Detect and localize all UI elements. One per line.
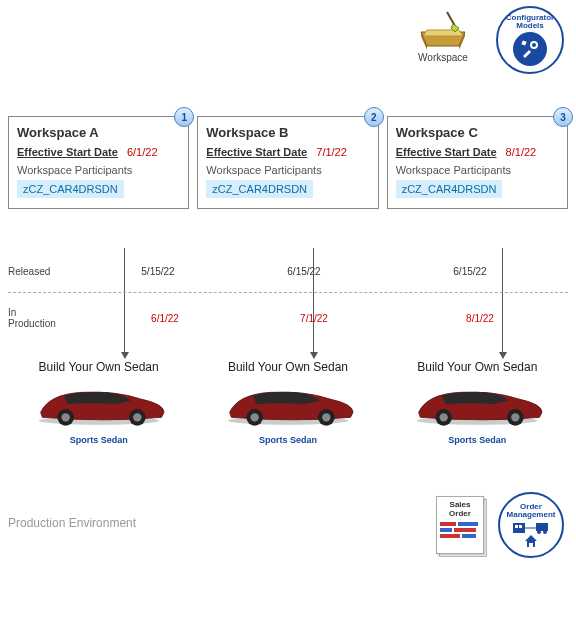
effective-date-row: Effective Start Date 8/1/22 [396,146,559,158]
effective-date-value: 7/1/22 [316,146,347,158]
svg-line-4 [447,12,455,26]
step-badge: 3 [553,107,573,127]
car-icon [24,378,174,430]
participant-code: zCZ_CAR4DRSDN [17,180,124,198]
dashed-divider [8,292,568,293]
svg-rect-24 [515,525,518,528]
workspace-icon-group: Workspace [408,6,478,63]
build-title: Build Your Own Sedan [8,360,189,374]
svg-point-15 [250,413,258,421]
in-production-date: 7/1/22 [300,313,328,324]
in-production-label: In Production [8,307,70,329]
effective-date-row: Effective Start Date 6/1/22 [17,146,180,158]
step-badge: 1 [174,107,194,127]
car-caption: Sports Sedan [8,435,189,445]
svg-point-10 [61,413,69,421]
svg-rect-26 [536,523,548,531]
card-title: Workspace A [17,125,180,140]
car-caption: Sports Sedan [387,435,568,445]
configurator-models-circle: Configurator Models [496,6,564,74]
build-col: Build Your Own Sedan Sports Sedan [197,360,378,445]
svg-rect-25 [519,525,522,528]
svg-point-17 [322,413,330,421]
sandbox-icon [413,6,473,50]
participant-code: zCZ_CAR4DRSDN [396,180,503,198]
workspace-card-b: 2 Workspace B Effective Start Date 7/1/2… [197,116,378,209]
configurator-label: Configurator Models [506,14,554,31]
order-management-label: Order Management [507,503,556,520]
build-col: Build Your Own Sedan Sports Sedan [8,360,189,445]
participants-label: Workspace Participants [17,164,180,176]
car-icon [402,378,552,430]
participants-label: Workspace Participants [396,164,559,176]
svg-point-6 [531,42,537,48]
svg-point-28 [543,530,547,534]
flow-section: Released 5/15/22 6/15/22 6/15/22 In Prod… [8,240,568,331]
svg-point-12 [133,413,141,421]
car-caption: Sports Sedan [197,435,378,445]
effective-date-value: 6/1/22 [127,146,158,158]
top-icon-row: Workspace Configurator Models [408,6,564,74]
participant-code: zCZ_CAR4DRSDN [206,180,313,198]
released-label: Released [8,266,70,277]
svg-point-27 [537,530,541,534]
in-production-date: 8/1/22 [466,313,494,324]
released-date: 6/15/22 [453,266,486,277]
workspace-cards-row: 1 Workspace A Effective Start Date 6/1/2… [8,116,568,209]
build-col: Build Your Own Sedan Sports Sedan [387,360,568,445]
in-production-date: 6/1/22 [151,313,179,324]
released-date: 6/15/22 [287,266,320,277]
tools-icon [513,32,547,66]
svg-marker-29 [525,535,537,547]
released-date: 5/15/22 [141,266,174,277]
svg-rect-7 [521,41,526,46]
sales-order-icon: Sales Order [436,496,484,554]
effective-date-row: Effective Start Date 7/1/22 [206,146,369,158]
card-title: Workspace C [396,125,559,140]
build-title: Build Your Own Sedan [387,360,568,374]
participants-label: Workspace Participants [206,164,369,176]
effective-date-label: Effective Start Date [396,146,497,158]
order-management-circle: Order Management [498,492,564,558]
step-badge: 2 [364,107,384,127]
workspace-card-c: 3 Workspace C Effective Start Date 8/1/2… [387,116,568,209]
car-icon [213,378,363,430]
effective-date-label: Effective Start Date [206,146,307,158]
workspace-card-a: 1 Workspace A Effective Start Date 6/1/2… [8,116,189,209]
bottom-icon-row: Sales Order Order Management [436,492,564,558]
svg-point-22 [511,413,519,421]
svg-point-20 [440,413,448,421]
workspace-label: Workspace [418,52,468,63]
production-environment-label: Production Environment [8,516,136,530]
builds-row: Build Your Own Sedan Sports Sedan Build … [8,360,568,445]
card-title: Workspace B [206,125,369,140]
effective-date-label: Effective Start Date [17,146,118,158]
svg-marker-3 [423,30,463,36]
effective-date-value: 8/1/22 [506,146,537,158]
build-title: Build Your Own Sedan [197,360,378,374]
supply-chain-icon [511,521,551,547]
